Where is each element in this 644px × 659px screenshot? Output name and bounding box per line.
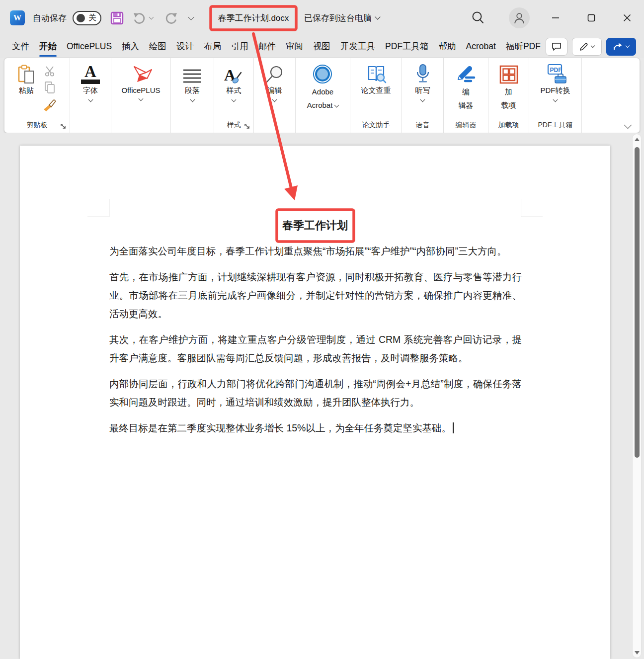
paper-check-button[interactable]: 论文查重 (361, 64, 391, 95)
addins-group: 加 载项 加载项 (488, 58, 529, 133)
editor-button[interactable]: 编 辑器 (455, 64, 477, 111)
editor-group: 编 辑器 编辑器 (444, 58, 488, 133)
chevron-down-icon (139, 96, 144, 101)
paragraph: 为全面落实公司年度目标，春季工作计划重点聚焦“市场拓展”“客户维护”“内部协同”… (109, 242, 522, 260)
redo-icon[interactable] (164, 11, 178, 24)
paste-clipboard-icon (17, 64, 35, 84)
share-button[interactable] (606, 38, 636, 56)
tab-help[interactable]: 帮助 (434, 36, 461, 58)
document-page[interactable]: 春季工作计划 为全面落实公司年度目标，春季工作计划重点聚焦“市场拓展”“客户维护… (20, 146, 610, 659)
title-bar: W 自动保存 关 (0, 0, 644, 36)
toggle-knob-icon (77, 14, 85, 22)
undo-dropdown-icon[interactable] (149, 14, 154, 19)
font-button[interactable]: A 字体 (81, 64, 100, 101)
tab-officeplus[interactable]: OfficePLUS (62, 37, 117, 57)
acrobat-icon (312, 64, 333, 84)
tab-layout[interactable]: 布局 (199, 36, 226, 58)
chevron-down-icon (88, 97, 93, 102)
document-body[interactable]: 为全面落实公司年度目标，春季工作计划重点聚焦“市场拓展”“客户维护”“内部协同”… (109, 242, 522, 445)
chevron-down-icon (626, 44, 630, 48)
dictate-button[interactable]: 听写 (415, 64, 431, 101)
paper-check-icon (366, 64, 387, 84)
paper-assistant-group-label: 论文助手 (350, 121, 402, 130)
microphone-icon (415, 64, 431, 84)
tab-home[interactable]: 开始 (34, 36, 62, 58)
scroll-down-icon[interactable] (634, 651, 640, 655)
dictate-group: 听写 语音 (402, 58, 444, 133)
tab-insert[interactable]: 插入 (117, 36, 144, 58)
save-status[interactable]: 已保存到这台电脑 (304, 0, 380, 36)
styles-group: A 样式 样式 (214, 58, 254, 133)
font-icon: A (81, 64, 100, 84)
document-filename[interactable]: 春季工作计划.docx (210, 6, 297, 30)
scrollbar-thumb[interactable] (635, 147, 640, 458)
addins-button[interactable]: 加 载项 (499, 64, 519, 111)
save-icon[interactable] (110, 11, 124, 25)
styles-dialog-launcher-icon[interactable] (244, 123, 250, 129)
cut-icon[interactable] (44, 66, 56, 77)
tab-developer[interactable]: 开发工具 (335, 36, 380, 58)
copy-icon[interactable] (44, 81, 56, 94)
clipboard-dialog-launcher-icon[interactable] (60, 123, 66, 129)
pdf-convert-icon: PDF (544, 64, 567, 84)
autosave-state: 关 (88, 13, 96, 23)
quick-access-dropdown-icon[interactable] (188, 14, 194, 20)
maximize-button[interactable] (579, 0, 603, 36)
document-area: 春季工作计划 为全面落实公司年度目标，春季工作计划重点聚焦“市场拓展”“客户维护… (0, 133, 644, 659)
close-button[interactable] (615, 0, 639, 36)
paragraph: 首先，在市场推广方面，计划继续深耕现有客户资源，同时积极开拓教育、医疗与零售等潜… (109, 268, 522, 323)
document-title[interactable]: 春季工作计划 (20, 218, 610, 233)
chevron-down-icon (591, 44, 595, 48)
editing-button[interactable]: 编辑 (265, 64, 285, 101)
adobe-acrobat-button[interactable]: Adobe Acrobat (307, 64, 339, 111)
autosave-toggle[interactable]: 关 (73, 11, 101, 25)
tab-draw[interactable]: 绘图 (144, 36, 171, 58)
paragraph: 内部协同层面，行政和人力部门将优化跨部门沟通机制，推动“周例会+月总结”制度，确… (109, 375, 522, 412)
officeplus-button[interactable]: OfficePLUS (121, 64, 160, 100)
pdf-convert-group: PDF PDF转换 PDF工具箱 (529, 58, 582, 133)
paragraph: 其次，在客户维护方面，将建立重点客户分级管理制度，通过 CRM 系统完善客户回访… (109, 330, 522, 367)
ribbon-filler (582, 58, 640, 133)
officeplus-group: OfficePLUS (111, 58, 171, 133)
tab-mailings[interactable]: 邮件 (253, 36, 281, 58)
clipboard-group: 粘贴 剪贴板 (4, 58, 70, 133)
minimize-button[interactable] (544, 0, 567, 36)
ribbon: 粘贴 剪贴板 A (4, 58, 640, 133)
tab-file[interactable]: 文件 (7, 36, 34, 58)
pdf-convert-button[interactable]: PDF PDF转换 (541, 64, 570, 101)
tab-view[interactable]: 视图 (308, 36, 335, 58)
tab-references[interactable]: 引用 (226, 36, 253, 58)
chevron-down-icon (190, 97, 195, 102)
paragraph-button[interactable]: 段落 (182, 64, 202, 101)
tab-foxit-pdf[interactable]: 福昕PDF (501, 36, 546, 58)
comments-button[interactable] (546, 38, 567, 56)
undo-icon[interactable] (133, 11, 147, 24)
editor-group-label: 编辑器 (444, 121, 488, 130)
paragraph: 最终目标是在第二季度实现整体业务增长 15%以上，为全年任务奠定坚实基础。 (109, 419, 522, 437)
chevron-down-icon (420, 97, 425, 102)
paste-button[interactable]: 粘贴 (17, 64, 35, 97)
scroll-up-icon[interactable] (634, 137, 640, 142)
editing-mode-button[interactable] (572, 38, 602, 56)
format-painter-icon[interactable] (42, 98, 57, 112)
tab-acrobat[interactable]: Acrobat (461, 37, 501, 57)
paragraph-group: 段落 (171, 58, 214, 133)
comment-icon (552, 42, 562, 51)
share-icon (613, 42, 623, 51)
chevron-down-icon (232, 97, 237, 102)
tab-pdf-toolbox[interactable]: PDF工具箱 (380, 36, 434, 58)
pencil-icon (579, 42, 588, 52)
chevron-down-icon (272, 97, 277, 102)
avatar[interactable] (509, 7, 530, 28)
margin-crop-mark-right (521, 199, 543, 217)
svg-text:PDF: PDF (550, 67, 562, 74)
collapse-ribbon-icon[interactable] (624, 121, 632, 129)
vertical-scrollbar[interactable] (632, 134, 642, 658)
voice-group-label: 语音 (402, 121, 443, 130)
tab-design[interactable]: 设计 (171, 36, 199, 58)
search-icon[interactable] (469, 9, 487, 27)
tab-review[interactable]: 审阅 (281, 36, 308, 58)
chevron-down-icon (553, 97, 558, 102)
styles-button[interactable]: A 样式 (223, 64, 245, 101)
editor-pencil-icon (455, 64, 477, 84)
